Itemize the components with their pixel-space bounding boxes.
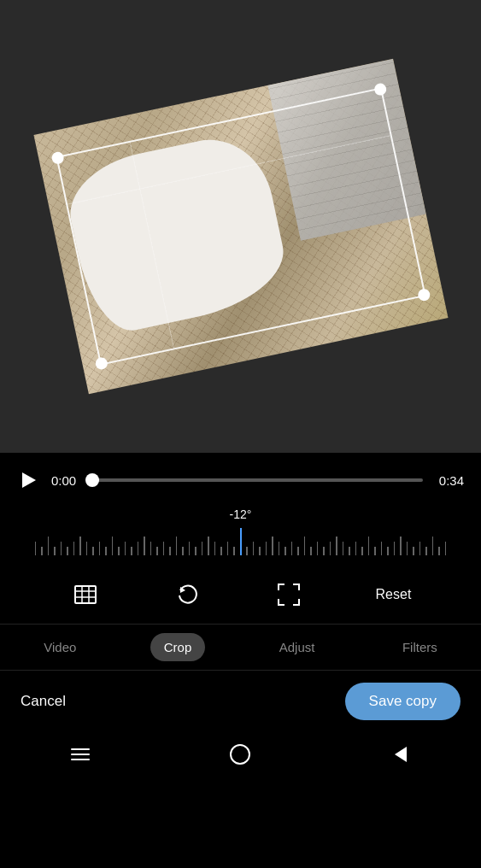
- back-icon: [395, 747, 407, 762]
- tab-bar: Video Crop Adjust Filters: [0, 625, 481, 671]
- controls-area: 0:00 0:34 -12°: [0, 453, 481, 868]
- progress-thumb[interactable]: [85, 473, 99, 487]
- save-copy-button[interactable]: Save copy: [345, 683, 460, 720]
- play-icon: [22, 472, 36, 488]
- tab-video[interactable]: Video: [30, 633, 90, 661]
- rotation-value: -12°: [230, 507, 252, 521]
- tool-buttons: Reset: [0, 566, 481, 625]
- timeline: 0:00 0:34: [0, 453, 481, 501]
- action-bar: Cancel Save copy: [0, 671, 481, 732]
- play-button[interactable]: [17, 468, 41, 492]
- recent-apps-icon: [71, 748, 90, 760]
- current-time: 0:00: [51, 473, 82, 488]
- svg-rect-0: [75, 586, 96, 603]
- aspect-ratio-button[interactable]: [60, 576, 111, 613]
- progress-bar[interactable]: [92, 478, 423, 482]
- ruler: [0, 528, 481, 555]
- rotate-button[interactable]: [161, 576, 213, 613]
- image-area: [0, 0, 481, 453]
- back-button[interactable]: [389, 742, 413, 766]
- ruler-center-line: [240, 528, 242, 555]
- ruler-container[interactable]: [0, 528, 481, 555]
- cancel-button[interactable]: Cancel: [21, 693, 66, 710]
- home-button[interactable]: [228, 742, 252, 766]
- tab-crop[interactable]: Crop: [150, 633, 206, 661]
- navigation-bar: [0, 732, 481, 773]
- rotation-area: -12°: [0, 501, 481, 566]
- tab-filters[interactable]: Filters: [389, 633, 451, 661]
- rotate-icon: [175, 583, 199, 607]
- aspect-ratio-icon: [73, 583, 97, 607]
- home-icon: [230, 744, 250, 765]
- tab-adjust[interactable]: Adjust: [266, 633, 329, 661]
- total-time: 0:34: [433, 473, 464, 488]
- expand-icon: [277, 583, 301, 607]
- reset-button[interactable]: Reset: [366, 580, 422, 609]
- expand-button[interactable]: [263, 576, 314, 613]
- recent-apps-button[interactable]: [68, 742, 92, 766]
